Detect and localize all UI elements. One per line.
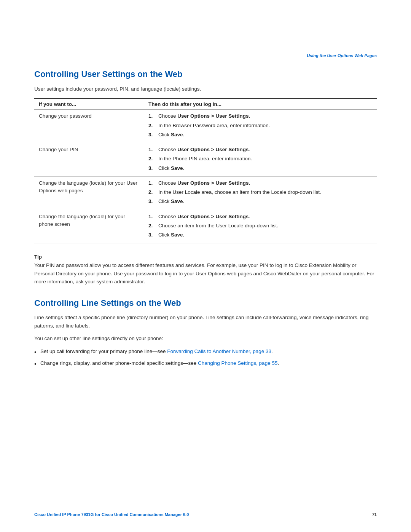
phone-settings-link[interactable]: Changing Phone Settings, page 55 bbox=[198, 360, 277, 366]
table-col1-header: If you want to... bbox=[34, 99, 144, 110]
step-text: Choose an item from the User Locale drop… bbox=[158, 222, 278, 230]
step-number: 2. bbox=[148, 122, 157, 129]
step-text: Choose User Options > User Settings. bbox=[158, 146, 250, 153]
step-number: 3. bbox=[148, 231, 157, 239]
step-item: 2. In the User Locale area, choose an it… bbox=[148, 189, 372, 196]
table-row: Change your password 1. Choose User Opti… bbox=[34, 110, 377, 143]
step-item: 3. Click Save. bbox=[148, 165, 372, 172]
step-number: 3. bbox=[148, 131, 157, 139]
table-cell-action: Change the language (locale) for your ph… bbox=[34, 210, 144, 243]
tip-text: Your PIN and password allow you to acces… bbox=[34, 261, 377, 286]
tip-section: Tip Your PIN and password allow you to a… bbox=[34, 254, 377, 286]
table-cell-steps: 1. Choose User Options > User Settings. … bbox=[144, 143, 377, 177]
step-text: Click Save. bbox=[158, 131, 184, 139]
content-area: Controlling User Settings on the Web Use… bbox=[0, 58, 411, 396]
step-number: 2. bbox=[148, 189, 157, 196]
step-item: 1. Choose User Options > User Settings. bbox=[148, 213, 372, 220]
step-number: 3. bbox=[148, 198, 157, 205]
section2-you-can-set: You can set up other line settings direc… bbox=[34, 334, 377, 343]
table-cell-steps: 1. Choose User Options > User Settings. … bbox=[144, 176, 377, 210]
step-number: 2. bbox=[148, 222, 157, 230]
step-number: 3. bbox=[148, 165, 157, 172]
step-text: Click Save. bbox=[158, 198, 184, 205]
list-item: Change rings, display, and other phone-m… bbox=[34, 359, 377, 367]
section2-title: Controlling Line Settings on the Web bbox=[34, 298, 377, 308]
step-number: 2. bbox=[148, 155, 157, 163]
table-cell-action: Change your PIN bbox=[34, 143, 144, 177]
table-cell-steps: 1. Choose User Options > User Settings. … bbox=[144, 110, 377, 143]
forwarding-link[interactable]: Forwarding Calls to Another Number, page… bbox=[167, 348, 271, 354]
step-text: In the Browser Password area, enter info… bbox=[158, 122, 270, 129]
section1-title: Controlling User Settings on the Web bbox=[34, 69, 377, 79]
step-number: 1. bbox=[148, 146, 157, 153]
step-item: 3. Click Save. bbox=[148, 131, 372, 139]
step-item: 1. Choose User Options > User Settings. bbox=[148, 112, 372, 120]
step-text: In the Phone PIN area, enter information… bbox=[158, 155, 252, 163]
bullet-list: Set up call forwarding for your primary … bbox=[34, 347, 377, 367]
table-cell-action: Change the language (locale) for your Us… bbox=[34, 176, 144, 210]
step-item: 2. In the Phone PIN area, enter informat… bbox=[148, 155, 372, 163]
chapter-title: Using the User Options Web Pages bbox=[307, 53, 377, 58]
step-item: 3. Click Save. bbox=[148, 198, 372, 205]
footer-left-text: Cisco Unified IP Phone 7931G for Cisco U… bbox=[34, 512, 189, 517]
step-item: 1. Choose User Options > User Settings. bbox=[148, 146, 372, 153]
table-row: Change your PIN 1. Choose User Options >… bbox=[34, 143, 377, 177]
step-text: Choose User Options > User Settings. bbox=[158, 179, 250, 187]
step-number: 1. bbox=[148, 213, 157, 220]
tip-label: Tip bbox=[34, 254, 377, 260]
footer-page-number: 71 bbox=[372, 512, 377, 517]
step-item: 2. Choose an item from the User Locale d… bbox=[148, 222, 372, 230]
step-text: In the User Locale area, choose an item … bbox=[158, 189, 321, 196]
footer-section: Cisco Unified IP Phone 7931G for Cisco U… bbox=[0, 512, 411, 517]
table-row: Change the language (locale) for your Us… bbox=[34, 176, 377, 210]
step-text: Choose User Options > User Settings. bbox=[158, 213, 250, 220]
step-item: 1. Choose User Options > User Settings. bbox=[148, 179, 372, 187]
bullet-text: Set up call forwarding for your primary … bbox=[40, 347, 273, 356]
page-container: Using the User Options Web Pages Control… bbox=[0, 0, 411, 532]
table-cell-action: Change your password bbox=[34, 110, 144, 143]
table-row: Change the language (locale) for your ph… bbox=[34, 210, 377, 243]
step-number: 1. bbox=[148, 179, 157, 187]
step-number: 1. bbox=[148, 112, 157, 120]
step-text: Click Save. bbox=[158, 165, 184, 172]
header-section: Using the User Options Web Pages bbox=[0, 0, 411, 58]
step-text: Click Save. bbox=[158, 231, 184, 239]
bullet-text: Change rings, display, and other phone-m… bbox=[40, 359, 279, 367]
table-cell-steps: 1. Choose User Options > User Settings. … bbox=[144, 210, 377, 243]
section1-intro: User settings include your password, PIN… bbox=[34, 85, 377, 93]
settings-table: If you want to... Then do this after you… bbox=[34, 98, 377, 243]
step-item: 2. In the Browser Password area, enter i… bbox=[148, 122, 372, 129]
step-item: 3. Click Save. bbox=[148, 231, 372, 239]
list-item: Set up call forwarding for your primary … bbox=[34, 347, 377, 356]
table-col2-header: Then do this after you log in... bbox=[144, 99, 377, 110]
step-text: Choose User Options > User Settings. bbox=[158, 112, 250, 120]
section2-intro: Line settings affect a specific phone li… bbox=[34, 313, 377, 330]
